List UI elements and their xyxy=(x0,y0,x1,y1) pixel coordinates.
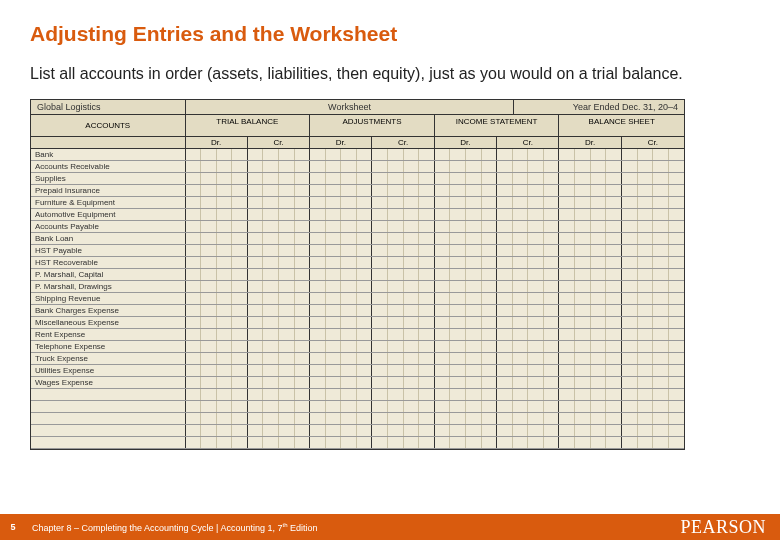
company-name: Global Logistics xyxy=(31,100,186,114)
amount-cell xyxy=(622,245,684,256)
amount-cell xyxy=(622,389,684,400)
group-balance-sheet: BALANCE SHEET xyxy=(559,115,684,136)
table-row xyxy=(31,425,684,437)
amount-cell xyxy=(248,197,310,208)
amount-cell xyxy=(372,401,434,412)
amount-cell xyxy=(248,161,310,172)
worksheet-header-row1: Global Logistics Worksheet Year Ended De… xyxy=(31,100,684,115)
amount-cell xyxy=(622,437,684,448)
amount-cell xyxy=(497,185,559,196)
amount-cell xyxy=(186,437,248,448)
amount-cell xyxy=(435,281,497,292)
amount-cell xyxy=(559,329,621,340)
amount-cell xyxy=(186,401,248,412)
amount-cell xyxy=(310,425,372,436)
amount-cell xyxy=(435,329,497,340)
worksheet-header-row2: ACCOUNTS TRIAL BALANCE ADJUSTMENTS INCOM… xyxy=(31,115,684,137)
amount-cell xyxy=(559,221,621,232)
amount-cell xyxy=(248,173,310,184)
amount-cell xyxy=(559,389,621,400)
amount-cell xyxy=(310,377,372,388)
amount-cell xyxy=(497,161,559,172)
amount-cell xyxy=(186,389,248,400)
amount-cell xyxy=(186,425,248,436)
table-row xyxy=(31,437,684,449)
amount-cell xyxy=(186,269,248,280)
amount-cell xyxy=(622,269,684,280)
amount-cell xyxy=(310,209,372,220)
amount-cell xyxy=(186,281,248,292)
account-name: Supplies xyxy=(31,173,186,184)
amount-cell xyxy=(372,377,434,388)
amount-cell xyxy=(372,245,434,256)
amount-cell xyxy=(186,293,248,304)
amount-cell xyxy=(622,305,684,316)
amount-cell xyxy=(186,245,248,256)
amount-cell xyxy=(559,377,621,388)
amount-cell xyxy=(372,197,434,208)
amount-cell xyxy=(248,257,310,268)
worksheet: Global Logistics Worksheet Year Ended De… xyxy=(30,99,685,450)
account-name: Utilities Expense xyxy=(31,365,186,376)
amount-cell xyxy=(248,317,310,328)
amount-cell xyxy=(310,185,372,196)
table-row xyxy=(31,413,684,425)
account-name xyxy=(31,437,186,448)
accounts-header: ACCOUNTS xyxy=(31,115,186,136)
amount-cell xyxy=(559,149,621,160)
table-row: Bank Charges Expense xyxy=(31,305,684,317)
amount-cell xyxy=(435,305,497,316)
amount-cell xyxy=(435,413,497,424)
amount-cell xyxy=(497,425,559,436)
amount-cell xyxy=(497,377,559,388)
amount-cell xyxy=(248,389,310,400)
amount-cell xyxy=(559,269,621,280)
amount-cell xyxy=(622,365,684,376)
amount-cell xyxy=(310,353,372,364)
amount-cell xyxy=(497,305,559,316)
table-row: Accounts Payable xyxy=(31,221,684,233)
amount-cell xyxy=(622,149,684,160)
amount-cell xyxy=(310,341,372,352)
amount-cell xyxy=(186,257,248,268)
amount-cell xyxy=(310,149,372,160)
account-name: Bank Charges Expense xyxy=(31,305,186,316)
amount-cell xyxy=(559,281,621,292)
amount-cell xyxy=(435,401,497,412)
amount-cell xyxy=(372,437,434,448)
amount-cell xyxy=(435,377,497,388)
amount-cell xyxy=(248,353,310,364)
amount-cell xyxy=(435,161,497,172)
account-name: Bank Loan xyxy=(31,233,186,244)
amount-cell xyxy=(248,437,310,448)
amount-cell xyxy=(310,197,372,208)
account-name xyxy=(31,401,186,412)
account-name: Truck Expense xyxy=(31,353,186,364)
table-row: Automotive Equipment xyxy=(31,209,684,221)
amount-cell xyxy=(248,209,310,220)
amount-cell xyxy=(310,317,372,328)
amount-cell xyxy=(248,365,310,376)
amount-cell xyxy=(622,161,684,172)
amount-cell xyxy=(622,401,684,412)
page-number: 5 xyxy=(0,522,26,532)
amount-cell xyxy=(186,149,248,160)
amount-cell xyxy=(186,221,248,232)
amount-cell xyxy=(435,233,497,244)
account-name: Prepaid Insurance xyxy=(31,185,186,196)
amount-cell xyxy=(248,425,310,436)
amount-cell xyxy=(372,353,434,364)
amount-cell xyxy=(310,389,372,400)
table-row: Utilities Expense xyxy=(31,365,684,377)
amount-cell xyxy=(435,293,497,304)
account-name xyxy=(31,389,186,400)
amount-cell xyxy=(559,233,621,244)
amount-cell xyxy=(248,305,310,316)
amount-cell xyxy=(435,173,497,184)
amount-cell xyxy=(248,329,310,340)
account-name: Wages Expense xyxy=(31,377,186,388)
table-row: Supplies xyxy=(31,173,684,185)
amount-cell xyxy=(622,209,684,220)
amount-cell xyxy=(559,413,621,424)
amount-cell xyxy=(559,365,621,376)
